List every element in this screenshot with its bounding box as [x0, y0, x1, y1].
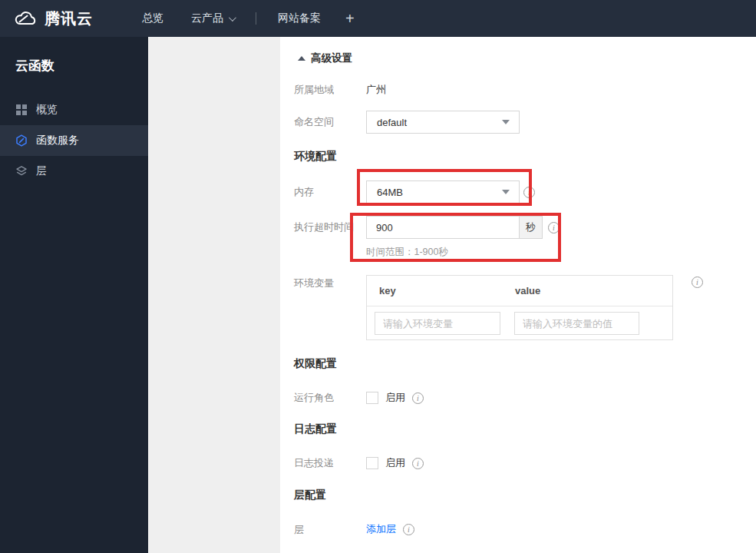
- tencent-cloud-logo[interactable]: 腾讯云: [0, 8, 105, 29]
- function-config-form: 高级设置 所属地域 广州 命名空间 default 环境配置 内存 64MB 执…: [280, 37, 756, 553]
- timeout-range-hint: 时间范围：1-900秒: [366, 246, 448, 259]
- memory-info-icon[interactable]: [523, 187, 535, 198]
- log-delivery-info-icon[interactable]: [412, 458, 424, 469]
- collapsed-list-panel: [148, 37, 280, 553]
- timeout-input[interactable]: [366, 216, 520, 239]
- sidebar-item-overview[interactable]: 概览: [0, 94, 148, 125]
- env-vars-table-row: [367, 306, 672, 340]
- nav-label: 总览: [142, 12, 163, 25]
- sidebar-item-label: 概览: [36, 103, 58, 117]
- namespace-selected-value: default: [377, 117, 407, 128]
- sidebar-title: 云函数: [0, 37, 148, 75]
- env-vars-info-icon[interactable]: [692, 276, 703, 288]
- memory-select[interactable]: 64MB: [366, 180, 520, 204]
- run-role-label: 运行角色: [294, 392, 334, 404]
- namespace-label: 命名空间: [294, 116, 334, 128]
- timeout-info-icon[interactable]: [548, 222, 560, 233]
- timeout-unit: 秒: [520, 216, 543, 239]
- advanced-settings-toggle[interactable]: 高级设置: [298, 51, 352, 65]
- log-delivery-enable-label: 启用: [385, 456, 405, 470]
- grid-icon: [15, 104, 28, 116]
- brand-name: 腾讯云: [45, 8, 93, 29]
- layer-label: 层: [294, 524, 304, 536]
- layers-icon: [15, 165, 28, 177]
- region-value: 广州: [366, 84, 386, 96]
- env-key-column-header: key: [367, 285, 515, 296]
- log-delivery-label: 日志投递: [294, 457, 334, 469]
- region-label: 所属地域: [294, 84, 334, 96]
- memory-selected-value: 64MB: [377, 187, 403, 198]
- hexagon-scf-icon: [15, 134, 28, 147]
- sidebar-item-function-service[interactable]: 函数服务: [0, 125, 148, 156]
- sidebar-item-label: 层: [36, 164, 47, 178]
- run-role-info-icon[interactable]: [412, 392, 424, 404]
- env-key-input[interactable]: [375, 312, 500, 335]
- caret-down-icon: [502, 190, 510, 194]
- layer-info-icon[interactable]: [403, 524, 414, 535]
- nav-label: 网站备案: [278, 12, 321, 25]
- run-role-checkbox[interactable]: [366, 392, 378, 404]
- sidebar-item-layer[interactable]: 层: [0, 156, 148, 187]
- top-navigation: 总览 云产品 网站备案 +: [128, 0, 365, 37]
- cloud-logo-icon: [12, 9, 37, 28]
- caret-down-icon: [502, 120, 510, 124]
- section-permission: 权限配置: [294, 356, 337, 370]
- nav-item-icp-filing[interactable]: 网站备案: [264, 0, 335, 37]
- nav-divider: [256, 12, 256, 25]
- namespace-select[interactable]: default: [366, 111, 520, 134]
- run-role-enable-label: 启用: [385, 391, 405, 405]
- memory-label: 内存: [294, 186, 314, 198]
- log-delivery-checkbox[interactable]: [366, 457, 378, 469]
- topbar: 腾讯云 总览 云产品 网站备案 +: [0, 0, 756, 37]
- sidebar: 云函数 概览 函数服务: [0, 37, 148, 553]
- triangle-up-icon: [298, 56, 305, 61]
- env-vars-table-header: key value: [367, 276, 672, 306]
- env-value-column-header: value: [515, 285, 540, 296]
- sidebar-menu: 概览 函数服务 层: [0, 94, 148, 187]
- section-layer: 层配置: [294, 488, 326, 502]
- advanced-settings-label: 高级设置: [311, 51, 352, 65]
- section-log: 日志配置: [294, 422, 337, 435]
- nav-add-button[interactable]: +: [335, 0, 365, 37]
- env-value-input[interactable]: [514, 312, 639, 335]
- nav-label: 云产品: [191, 12, 223, 25]
- plus-icon: +: [345, 10, 355, 28]
- sidebar-item-label: 函数服务: [36, 134, 79, 147]
- add-layer-link[interactable]: 添加层: [366, 522, 396, 536]
- nav-item-cloud-products[interactable]: 云产品: [177, 0, 248, 37]
- timeout-label: 执行超时时间: [294, 221, 354, 233]
- chevron-down-icon: [229, 14, 236, 22]
- section-environment: 环境配置: [294, 149, 337, 163]
- env-vars-table: key value: [366, 275, 673, 340]
- env-vars-label: 环境变量: [294, 277, 334, 290]
- nav-item-overview[interactable]: 总览: [128, 0, 177, 37]
